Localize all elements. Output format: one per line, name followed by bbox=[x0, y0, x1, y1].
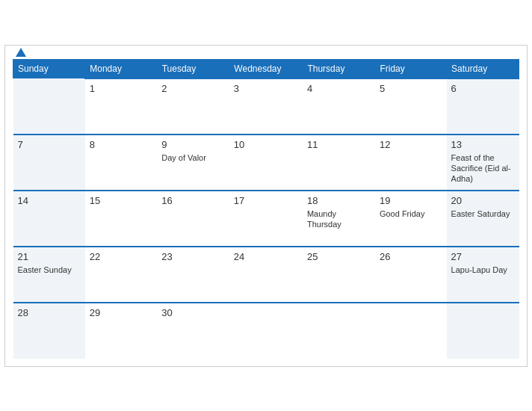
day-event: Easter Sunday bbox=[18, 265, 72, 274]
day-cell: 6 bbox=[447, 78, 519, 135]
day-number: 18 bbox=[307, 195, 371, 206]
day-event: Day of Valor bbox=[161, 153, 206, 162]
day-number: 1 bbox=[90, 83, 152, 94]
day-cell: 21Easter Sunday bbox=[13, 247, 85, 303]
week-row-4: 21Easter Sunday222324252627Lapu-Lapu Day bbox=[13, 247, 519, 303]
day-number: 30 bbox=[161, 307, 225, 318]
week-row-3: 1415161718Maundy Thursday19Good Friday20… bbox=[13, 191, 519, 247]
day-cell: 24 bbox=[229, 247, 303, 303]
day-number: 25 bbox=[307, 251, 371, 262]
day-number: 14 bbox=[18, 195, 81, 206]
day-cell: 29 bbox=[85, 303, 157, 359]
day-number: 27 bbox=[451, 251, 515, 262]
day-number: 7 bbox=[18, 139, 81, 150]
day-event: Feast of the Sacrifice (Eid al-Adha) bbox=[451, 153, 511, 184]
svg-marker-0 bbox=[16, 48, 26, 57]
weekday-header-tuesday: Tuesday bbox=[157, 59, 229, 78]
day-number: 26 bbox=[380, 251, 442, 262]
day-cell: 28 bbox=[13, 303, 85, 359]
day-cell: 1 bbox=[85, 78, 157, 135]
day-cell: 19Good Friday bbox=[375, 191, 447, 247]
calendar-container: SundayMondayTuesdayWednesdayThursdayFrid… bbox=[4, 45, 528, 367]
day-cell: 2 bbox=[157, 78, 229, 135]
day-cell: 23 bbox=[157, 247, 229, 303]
day-number: 2 bbox=[161, 83, 225, 94]
day-number: 19 bbox=[380, 195, 442, 206]
week-row-2: 789Day of Valor10111213Feast of the Sacr… bbox=[13, 135, 519, 191]
day-number: 24 bbox=[234, 251, 298, 262]
day-cell: 18Maundy Thursday bbox=[303, 191, 375, 247]
weekday-header-friday: Friday bbox=[375, 59, 447, 78]
calendar-grid: SundayMondayTuesdayWednesdayThursdayFrid… bbox=[13, 59, 519, 359]
day-number: 13 bbox=[451, 139, 515, 150]
day-cell: 9Day of Valor bbox=[157, 135, 229, 191]
day-number: 23 bbox=[161, 251, 225, 262]
day-number: 20 bbox=[451, 195, 515, 206]
day-number: 17 bbox=[234, 195, 298, 206]
day-cell: 11 bbox=[303, 135, 375, 191]
day-cell bbox=[447, 303, 519, 359]
day-cell: 26 bbox=[375, 247, 447, 303]
weekday-header-monday: Monday bbox=[85, 59, 157, 78]
day-cell: 13Feast of the Sacrifice (Eid al-Adha) bbox=[447, 135, 519, 191]
day-number: 9 bbox=[161, 139, 225, 150]
day-number: 12 bbox=[380, 139, 442, 150]
weekday-header-row: SundayMondayTuesdayWednesdayThursdayFrid… bbox=[13, 59, 519, 78]
day-cell: 5 bbox=[375, 78, 447, 135]
logo bbox=[13, 46, 28, 60]
day-cell: 3 bbox=[229, 78, 303, 135]
day-event: Maundy Thursday bbox=[307, 209, 341, 229]
day-cell: 10 bbox=[229, 135, 303, 191]
day-number: 21 bbox=[18, 251, 81, 262]
day-cell: 25 bbox=[303, 247, 375, 303]
day-cell: 15 bbox=[85, 191, 157, 247]
day-cell: 27Lapu-Lapu Day bbox=[447, 247, 519, 303]
day-number: 15 bbox=[90, 195, 152, 206]
day-number: 28 bbox=[18, 307, 81, 318]
day-number: 4 bbox=[307, 83, 371, 94]
weekday-header-sunday: Sunday bbox=[13, 59, 85, 78]
weekday-header-thursday: Thursday bbox=[303, 59, 375, 78]
day-cell bbox=[303, 303, 375, 359]
day-event: Easter Saturday bbox=[451, 209, 510, 218]
day-cell: 8 bbox=[85, 135, 157, 191]
day-cell: 12 bbox=[375, 135, 447, 191]
weekday-header-wednesday: Wednesday bbox=[229, 59, 303, 78]
day-cell: 14 bbox=[13, 191, 85, 247]
logo-icon bbox=[14, 46, 28, 60]
day-event: Lapu-Lapu Day bbox=[451, 265, 507, 274]
day-cell: 17 bbox=[229, 191, 303, 247]
day-number: 22 bbox=[90, 251, 152, 262]
day-cell bbox=[13, 78, 85, 135]
day-number: 11 bbox=[307, 139, 371, 150]
day-cell: 30 bbox=[157, 303, 229, 359]
day-number: 10 bbox=[234, 139, 298, 150]
day-cell: 7 bbox=[13, 135, 85, 191]
day-event: Good Friday bbox=[380, 209, 425, 218]
day-number: 8 bbox=[90, 139, 152, 150]
day-cell: 20Easter Saturday bbox=[447, 191, 519, 247]
week-row-1: 123456 bbox=[13, 78, 519, 135]
day-cell bbox=[375, 303, 447, 359]
day-number: 5 bbox=[380, 83, 442, 94]
day-number: 6 bbox=[451, 83, 515, 94]
day-number: 16 bbox=[161, 195, 225, 206]
day-cell: 4 bbox=[303, 78, 375, 135]
day-cell: 22 bbox=[85, 247, 157, 303]
day-number: 29 bbox=[90, 307, 152, 318]
day-number: 3 bbox=[234, 83, 298, 94]
day-cell bbox=[229, 303, 303, 359]
weekday-header-saturday: Saturday bbox=[447, 59, 519, 78]
day-cell: 16 bbox=[157, 191, 229, 247]
week-row-5: 282930 bbox=[13, 303, 519, 359]
